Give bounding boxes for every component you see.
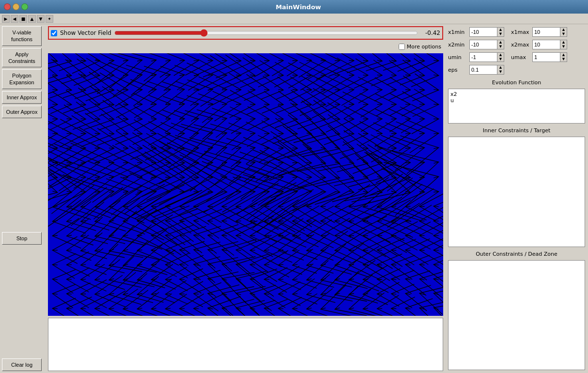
eps-up[interactable]: ▲ <box>497 65 504 70</box>
umax-label: umax <box>511 54 529 61</box>
umin-label: umin <box>448 54 466 61</box>
inner-constraints-box <box>448 137 585 247</box>
v-viable-button[interactable]: V-viable functions <box>2 26 42 46</box>
x2min-label: x2min <box>448 42 466 48</box>
umax-spinner[interactable]: ▲ ▼ <box>560 52 567 62</box>
x2max-input[interactable] <box>532 40 560 49</box>
x1max-input-group: ▲ ▼ <box>532 27 567 37</box>
x2max-label: x2max <box>511 42 529 48</box>
vector-field-label: Show Vector Field <box>60 30 111 36</box>
sidebar: V-viable functions Apply Constraints Pol… <box>0 24 46 373</box>
toolbar-icon-2[interactable]: ◀ <box>11 15 18 23</box>
x1min-input-group: ▲ ▼ <box>469 27 504 37</box>
more-options-label: More options <box>407 44 441 50</box>
vector-field-header: Show Vector Field -0.42 <box>48 26 443 40</box>
vector-field-slider[interactable] <box>114 29 418 37</box>
apply-constraints-button[interactable]: Apply Constraints <box>2 48 42 68</box>
x1max-input[interactable] <box>532 27 560 37</box>
x1max-up[interactable]: ▲ <box>560 28 567 32</box>
x2max-spinner[interactable]: ▲ ▼ <box>560 40 567 49</box>
x2max-input-group: ▲ ▼ <box>532 40 567 49</box>
toolbar-icon-5[interactable]: ▼ <box>37 15 45 23</box>
umin-spinner[interactable]: ▲ ▼ <box>497 52 504 62</box>
eps-input[interactable] <box>469 65 497 75</box>
show-vector-field-checkbox[interactable] <box>51 30 57 36</box>
toolbar-icon-6[interactable]: ✦ <box>46 15 53 23</box>
vector-field-canvas <box>48 53 443 316</box>
x2min-input-group: ▲ ▼ <box>469 40 504 49</box>
eps-row: eps ▲ ▼ <box>448 65 585 75</box>
x2-row: x2min ▲ ▼ x2max ▲ ▼ <box>448 40 585 49</box>
umax-up[interactable]: ▲ <box>560 53 567 57</box>
x1min-up[interactable]: ▲ <box>497 28 504 32</box>
eps-down[interactable]: ▼ <box>497 70 504 74</box>
x1min-label: x1min <box>448 29 466 35</box>
umin-input[interactable] <box>469 52 497 62</box>
evolution-function-label: Evolution Function <box>448 79 585 86</box>
toolbar-icon-4[interactable]: ▲ <box>28 15 36 23</box>
x1min-input[interactable] <box>469 27 497 37</box>
eps-input-group: ▲ ▼ <box>469 65 504 75</box>
toolbar: ▶ ◀ ■ ▲ ▼ ✦ <box>0 14 588 24</box>
center-area: Show Vector Field -0.42 More options <box>46 24 445 373</box>
umin-input-group: ▲ ▼ <box>469 52 504 62</box>
stop-button[interactable]: Stop <box>2 232 42 245</box>
umax-input[interactable] <box>532 52 560 62</box>
x2max-up[interactable]: ▲ <box>560 40 567 45</box>
right-panel: x1min ▲ ▼ x1max ▲ ▼ x2min <box>445 24 588 373</box>
x2min-up[interactable]: ▲ <box>497 40 504 45</box>
more-options-row: More options <box>48 42 443 51</box>
inner-constraints-label: Inner Constraints / Target <box>448 127 585 134</box>
evolution-function-box: x2 u <box>448 89 585 124</box>
x2min-down[interactable]: ▼ <box>497 45 504 49</box>
x1min-down[interactable]: ▼ <box>497 32 504 36</box>
umax-input-group: ▲ ▼ <box>532 52 567 62</box>
u-row: umin ▲ ▼ umax ▲ ▼ <box>448 52 585 62</box>
log-area <box>48 318 443 371</box>
maximize-button[interactable] <box>21 3 28 10</box>
toolbar-icon-3[interactable]: ■ <box>19 15 27 23</box>
x1max-spinner[interactable]: ▲ ▼ <box>560 27 567 37</box>
umax-down[interactable]: ▼ <box>560 57 567 62</box>
x1max-down[interactable]: ▼ <box>560 32 567 36</box>
window-title: MainWindow <box>32 3 565 11</box>
x2min-input[interactable] <box>469 40 497 49</box>
arrows-svg <box>48 53 443 316</box>
x1max-label: x1max <box>511 29 529 35</box>
outer-constraints-box <box>448 260 585 371</box>
outer-approx-button[interactable]: Outer Approx <box>2 106 42 118</box>
vector-field-value: -0.42 <box>421 30 440 36</box>
eps-label: eps <box>448 67 466 73</box>
eps-spinner[interactable]: ▲ ▼ <box>497 65 504 75</box>
window-controls[interactable] <box>4 3 28 10</box>
main-layout: V-viable functions Apply Constraints Pol… <box>0 24 588 373</box>
close-button[interactable] <box>4 3 11 10</box>
evolution-function-content: x2 u <box>450 91 457 104</box>
more-options-checkbox[interactable] <box>399 44 405 50</box>
title-bar: MainWindow <box>0 0 588 14</box>
umin-up[interactable]: ▲ <box>497 53 504 57</box>
clear-log-button[interactable]: Clear log <box>2 358 42 371</box>
toolbar-icon-1[interactable]: ▶ <box>2 15 10 23</box>
polygon-expansion-button[interactable]: Polygon Expansion <box>2 69 42 89</box>
inner-approx-button[interactable]: Inner Approx <box>2 91 42 104</box>
x2max-down[interactable]: ▼ <box>560 45 567 49</box>
x1-row: x1min ▲ ▼ x1max ▲ ▼ <box>448 27 585 37</box>
umin-down[interactable]: ▼ <box>497 57 504 62</box>
x2min-spinner[interactable]: ▲ ▼ <box>497 40 504 49</box>
minimize-button[interactable] <box>13 3 19 10</box>
outer-constraints-label: Outer Constraints / Dead Zone <box>448 251 585 257</box>
x1min-spinner[interactable]: ▲ ▼ <box>497 27 504 37</box>
